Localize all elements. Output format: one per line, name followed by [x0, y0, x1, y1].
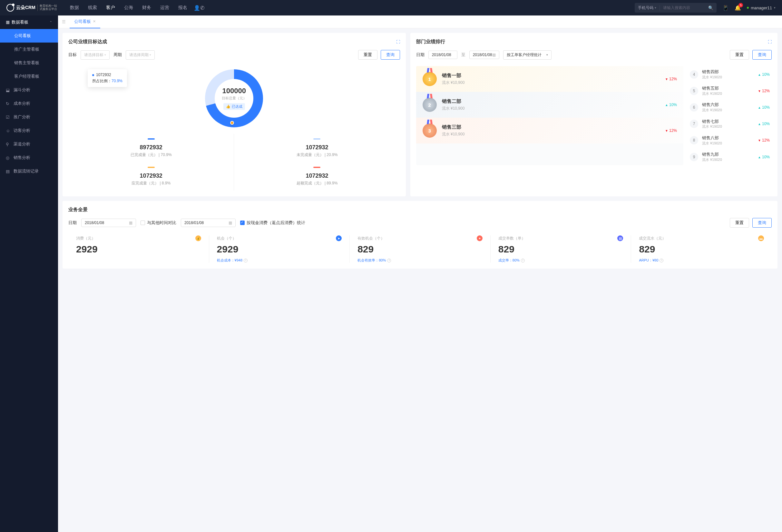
main-content: ☰ 公司看板 ✕ 公司业绩目标达成 ⛶ 目标 请选择目标▾ 周期 [58, 15, 782, 532]
help-icon[interactable]: ? [660, 258, 663, 262]
phone-icon[interactable]: ✆ [200, 5, 204, 11]
sidebar-item-icon: ↻ [6, 101, 10, 106]
reset-button[interactable]: 重置 [730, 50, 749, 60]
topnav-item[interactable]: 客户 [106, 5, 115, 11]
medal-icon: 2 [423, 98, 437, 112]
collapse-sidebar-icon[interactable]: ☰ [62, 19, 66, 24]
tab-company-dashboard[interactable]: 公司看板 ✕ [70, 15, 100, 28]
rank-card[interactable]: 1销售一部流水 ¥10,90012% [416, 66, 683, 92]
expand-icon[interactable]: ⛶ [396, 40, 400, 44]
select-stat-mode[interactable]: 按工单客户经理统计▾ [503, 50, 552, 60]
logo-icon [6, 4, 14, 11]
search: 手机号码▾ 🔍 [635, 3, 717, 12]
panel-rank-title: 部门业绩排行 [416, 39, 445, 45]
user-icon[interactable]: 👤 [194, 5, 200, 11]
kpi-card: 成交流水（元）▬829ARPU：¥80 ? [631, 235, 772, 263]
panel-goal-title: 公司业绩目标达成 [68, 39, 107, 45]
kpi-card: 消费（元）💰2929 [68, 235, 209, 263]
rank-list-item[interactable]: 8销售八部流水 ¥1902012% [688, 132, 772, 149]
select-period[interactable]: 请选择周期▾ [126, 50, 155, 60]
topnav-item[interactable]: 财务 [142, 5, 151, 11]
sidebar-item-icon: ⬓ [6, 88, 10, 93]
sidebar-sub-item[interactable]: 公司看板 [0, 29, 58, 42]
logo-subtitle: 教育机构一站 式服务云平台 [37, 4, 57, 11]
chart-tooltip: 1072932 所占比例：70.9% [88, 69, 127, 87]
sidebar-item-icon: ◎ [6, 155, 10, 160]
mobile-icon[interactable]: 📱 [722, 5, 729, 11]
topnav-item[interactable]: 线索 [88, 5, 97, 11]
sidebar-header[interactable]: ▦ 数据看板 ⌃ [0, 15, 58, 29]
achieved-badge: 👍已达成 [223, 103, 245, 110]
topnav-item[interactable]: 报名 [178, 5, 187, 11]
query-button[interactable]: 查询 [752, 50, 772, 60]
user-menu[interactable]: manager11 ▾ [747, 5, 776, 10]
sidebar-item[interactable]: ☑推广分析 [0, 110, 58, 124]
kpi-card: 机会（个）➤2929机会成本：¥948 ? [209, 235, 350, 263]
close-icon[interactable]: ✕ [93, 19, 96, 24]
stat-cell: 1072932未完成量（元） | 20.9% [234, 134, 400, 162]
panel-goal: 公司业绩目标达成 ⛶ 目标 请选择目标▾ 周期 请选择周期▾ 重置 查询 [63, 33, 406, 197]
panel-rank: 部门业绩排行 ⛶ 日期 2018/01/08 至 2018/01/08▦ 按工单… [410, 33, 778, 197]
checkbox-cash[interactable]: 按现金消费（返点后消费）统计 [240, 220, 305, 226]
rank-list-item[interactable]: 9销售九部流水 ¥1902010% [688, 149, 772, 165]
query-button[interactable]: 查询 [381, 50, 400, 60]
kpi-icon: ▤ [617, 235, 623, 241]
help-icon[interactable]: ? [244, 258, 248, 262]
logo-text: 云朵CRM [16, 5, 35, 11]
topnav-item[interactable]: 数据 [70, 5, 79, 11]
logo: 云朵CRM 教育机构一站 式服务云平台 [6, 4, 57, 11]
date-input[interactable]: 2018/01/08▦ [81, 219, 136, 227]
sidebar-item-icon: ☺ [6, 128, 10, 133]
sidebar-item[interactable]: ⬓漏斗分析 [0, 83, 58, 97]
topnav-item[interactable]: 运营 [160, 5, 169, 11]
sidebar-item[interactable]: ↻成本分析 [0, 97, 58, 110]
stat-cell: 8972932已完成量（元） | 70.9% [68, 134, 234, 162]
donut-chart: 1072932 所占比例：70.9% 100000 目标总量（元） 👍已达成 [68, 66, 400, 134]
sidebar-item[interactable]: ⚲渠道分析 [0, 137, 58, 151]
chevron-up-icon: ⌃ [50, 21, 52, 24]
date-input-2[interactable]: 2018/01/08▦ [181, 219, 236, 227]
expand-icon[interactable]: ⛶ [768, 40, 772, 44]
notif-badge: 5 [739, 3, 743, 7]
reset-button[interactable]: 重置 [730, 218, 749, 227]
sidebar-item[interactable]: ▤数据流转记录 [0, 165, 58, 178]
rank-list-item[interactable]: 7销售七部流水 ¥1902010% [688, 116, 772, 132]
sidebar-item[interactable]: ◎销售分析 [0, 151, 58, 165]
checkbox-compare[interactable]: 与其他时间对比 [141, 220, 176, 226]
rank-list-item[interactable]: 4销售四部流水 ¥1902010% [688, 66, 772, 82]
help-icon[interactable]: ? [521, 258, 525, 262]
kpi-card: 有效机会（个）✦829机会有效率：80% ? [350, 235, 491, 263]
help-icon[interactable]: ? [387, 258, 391, 262]
stat-cell: 1072932应完成量（元） | 8.9% [68, 162, 234, 190]
select-target[interactable]: 请选择目标▾ [80, 50, 110, 60]
search-input[interactable] [660, 5, 705, 10]
kpi-icon: 💰 [196, 235, 201, 241]
search-type-select[interactable]: 手机号码▾ [635, 5, 660, 11]
sidebar-item[interactable]: ☺访客分析 [0, 124, 58, 137]
rank-card[interactable]: 2销售二部流水 ¥10,90010% [416, 92, 683, 118]
bell-icon[interactable]: 🔔5 [735, 5, 741, 11]
tab-bar: ☰ 公司看板 ✕ [58, 15, 782, 28]
sidebar: ▦ 数据看板 ⌃ 公司看板推广主管看板销售主管看板客户经理看板 ⬓漏斗分析↻成本… [0, 15, 58, 532]
rank-card[interactable]: 3销售三部流水 ¥10,90012% [416, 118, 683, 143]
search-icon[interactable]: 🔍 [705, 5, 717, 10]
kpi-icon: ✦ [477, 235, 483, 241]
stat-cell: 1072932超额完成（元） | 89.9% [234, 162, 400, 190]
query-button[interactable]: 查询 [752, 218, 772, 227]
sidebar-item-icon: ☑ [6, 115, 10, 119]
rank-list-item[interactable]: 6销售六部流水 ¥1902010% [688, 99, 772, 115]
status-dot [747, 7, 749, 9]
date-to[interactable]: 2018/01/08▦ [469, 50, 499, 59]
panel-overview-title: 业务全景 [68, 207, 88, 213]
reset-button[interactable]: 重置 [358, 50, 378, 60]
sidebar-sub-item[interactable]: 推广主管看板 [0, 42, 58, 56]
rank-list-item[interactable]: 5销售五部流水 ¥1902012% [688, 82, 772, 99]
topbar: 云朵CRM 教育机构一站 式服务云平台 数据线索客户公海财务运营报名 👤 ✆ 手… [0, 0, 782, 15]
sidebar-sub-item[interactable]: 客户经理看板 [0, 70, 58, 83]
date-from[interactable]: 2018/01/08 [428, 50, 457, 59]
kpi-card: 成交单数（单）▤829成交率：80% ? [491, 235, 632, 263]
sidebar-sub-item[interactable]: 销售主管看板 [0, 56, 58, 70]
sidebar-item-icon: ▤ [6, 169, 10, 174]
medal-icon: 1 [423, 72, 437, 86]
topnav-item[interactable]: 公海 [124, 5, 133, 11]
